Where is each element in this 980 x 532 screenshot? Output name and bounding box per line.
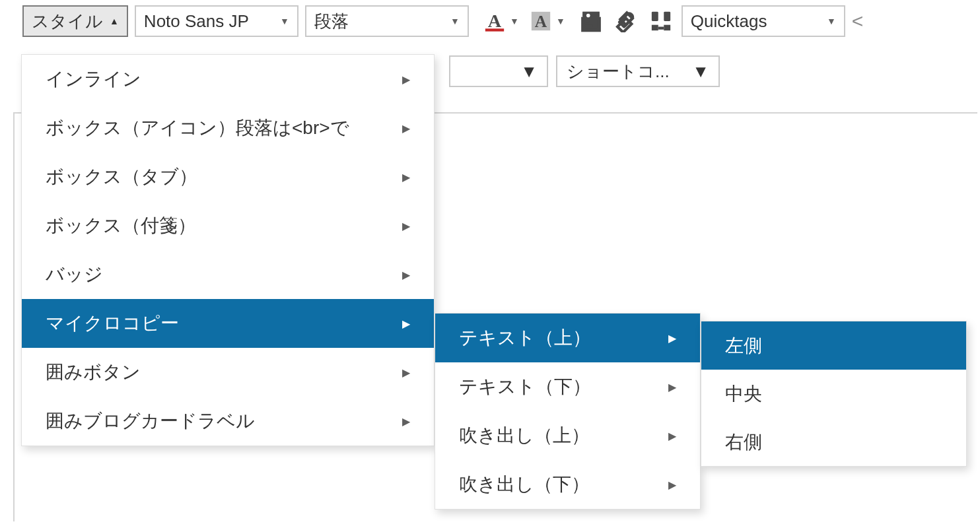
caret-down-icon: ▼ bbox=[520, 61, 538, 82]
menu-item-microcopy[interactable]: マイクロコピー ▶ bbox=[22, 299, 434, 348]
template-icon bbox=[580, 10, 602, 32]
eraser-button[interactable] bbox=[608, 5, 641, 37]
svg-point-6 bbox=[586, 14, 590, 18]
submenu-arrow-icon: ▶ bbox=[668, 479, 676, 491]
quicktags-dropdown[interactable]: Quicktags ▼ bbox=[682, 5, 845, 37]
caret-down-icon: ▼ bbox=[450, 16, 460, 26]
block-format-label: 段落 bbox=[314, 10, 349, 33]
menu-item-label: ボックス（付箋） bbox=[46, 213, 196, 238]
caret-down-icon: ▼ bbox=[556, 16, 565, 26]
menu-item-label: 右側 bbox=[725, 430, 762, 455]
caret-down-icon: ▼ bbox=[827, 16, 836, 26]
submenu-arrow-icon: ▶ bbox=[402, 171, 410, 183]
menu-item-label: インライン bbox=[46, 67, 141, 92]
menu-item-enclose-blogcard-label[interactable]: 囲みブログカードラベル ▶ bbox=[22, 397, 434, 446]
svg-rect-4 bbox=[582, 12, 600, 17]
subsub-item-right[interactable]: 右側 bbox=[701, 418, 966, 466]
svg-rect-10 bbox=[664, 25, 670, 31]
menu-item-label: ボックス（タブ） bbox=[46, 164, 197, 189]
find-replace-button[interactable] bbox=[645, 5, 678, 37]
svg-rect-1 bbox=[485, 28, 504, 31]
text-color-button[interactable]: A ▼ bbox=[478, 5, 524, 37]
menu-item-label: テキスト（上） bbox=[459, 325, 591, 350]
microcopy-submenu: テキスト（上） ▶ テキスト（下） ▶ 吹き出し（上） ▶ 吹き出し（下） ▶ bbox=[435, 313, 701, 510]
submenu-item-bubble-top[interactable]: 吹き出し（上） ▶ bbox=[435, 411, 700, 460]
less-than-icon[interactable]: < bbox=[845, 10, 864, 32]
caret-down-icon: ▼ bbox=[692, 61, 709, 82]
unknown-dropdown[interactable]: ▼ bbox=[449, 55, 548, 87]
svg-rect-8 bbox=[664, 12, 670, 21]
eraser-icon bbox=[613, 10, 635, 32]
menu-item-inline[interactable]: インライン ▶ bbox=[22, 55, 434, 104]
font-family-label: Noto Sans JP bbox=[144, 11, 249, 32]
caret-down-icon: ▼ bbox=[280, 16, 289, 26]
svg-rect-9 bbox=[652, 25, 658, 31]
style-dropdown-label: スタイル bbox=[32, 10, 103, 33]
subsub-item-left[interactable]: 左側 bbox=[701, 321, 966, 370]
shortcode-label: ショートコ... bbox=[567, 60, 670, 83]
submenu-arrow-icon: ▶ bbox=[668, 332, 676, 345]
menu-item-label: バッジ bbox=[46, 262, 103, 287]
subsub-item-center[interactable]: 中央 bbox=[701, 370, 966, 418]
menu-item-box-tab[interactable]: ボックス（タブ） ▶ bbox=[22, 152, 434, 201]
template-button[interactable] bbox=[575, 5, 608, 37]
text-top-submenu: 左側 中央 右側 bbox=[701, 321, 967, 467]
menu-item-label: 中央 bbox=[725, 382, 762, 407]
block-format-dropdown[interactable]: 段落 ▼ bbox=[305, 5, 469, 37]
menu-item-label: 吹き出し（上） bbox=[459, 423, 590, 448]
svg-rect-7 bbox=[652, 12, 658, 21]
menu-item-box-icon[interactable]: ボックス（アイコン）段落は<br>で ▶ bbox=[22, 104, 434, 152]
menu-item-label: テキスト（下） bbox=[459, 374, 591, 399]
submenu-arrow-icon: ▶ bbox=[402, 366, 410, 379]
submenu-item-bubble-bottom[interactable]: 吹き出し（下） ▶ bbox=[435, 460, 700, 509]
submenu-arrow-icon: ▶ bbox=[402, 220, 410, 232]
svg-text:A: A bbox=[488, 11, 502, 31]
menu-item-badge[interactable]: バッジ ▶ bbox=[22, 250, 434, 299]
menu-item-label: 吹き出し（下） bbox=[459, 472, 590, 497]
style-dropdown[interactable]: スタイル ▲ bbox=[22, 5, 128, 37]
menu-item-enclose-button[interactable]: 囲みボタン ▶ bbox=[22, 348, 434, 397]
bg-color-icon: A bbox=[530, 10, 552, 32]
text-color-icon: A bbox=[483, 10, 506, 32]
submenu-arrow-icon: ▶ bbox=[402, 269, 410, 281]
svg-rect-11 bbox=[658, 27, 664, 30]
menu-item-label: ボックス（アイコン）段落は<br>で bbox=[46, 116, 349, 141]
bg-color-button[interactable]: A ▼ bbox=[524, 5, 571, 37]
menu-item-box-sticky[interactable]: ボックス（付箋） ▶ bbox=[22, 201, 434, 250]
menu-item-label: 左側 bbox=[725, 333, 762, 358]
toolbar-row-1: スタイル ▲ Noto Sans JP ▼ 段落 ▼ A ▼ A ▼ bbox=[13, 0, 980, 37]
shortcode-dropdown[interactable]: ショートコ... ▼ bbox=[556, 55, 720, 87]
menu-item-label: マイクロコピー bbox=[46, 311, 179, 336]
menu-item-label: 囲みブログカードラベル bbox=[46, 409, 255, 434]
submenu-arrow-icon: ▶ bbox=[402, 73, 410, 86]
font-family-dropdown[interactable]: Noto Sans JP ▼ bbox=[135, 5, 298, 37]
menu-item-label: 囲みボタン bbox=[46, 360, 141, 385]
style-menu: インライン ▶ ボックス（アイコン）段落は<br>で ▶ ボックス（タブ） ▶ … bbox=[21, 54, 435, 446]
quicktags-label: Quicktags bbox=[691, 11, 767, 32]
submenu-arrow-icon: ▶ bbox=[668, 381, 676, 393]
caret-down-icon: ▼ bbox=[510, 16, 519, 26]
submenu-item-text-top[interactable]: テキスト（上） ▶ bbox=[435, 314, 700, 362]
submenu-arrow-icon: ▶ bbox=[668, 430, 676, 442]
find-replace-icon bbox=[650, 10, 672, 32]
caret-up-icon: ▲ bbox=[110, 16, 119, 26]
svg-text:A: A bbox=[535, 12, 547, 31]
submenu-arrow-icon: ▶ bbox=[402, 415, 410, 428]
submenu-arrow-icon: ▶ bbox=[402, 317, 410, 330]
submenu-item-text-bottom[interactable]: テキスト（下） ▶ bbox=[435, 362, 700, 411]
submenu-arrow-icon: ▶ bbox=[402, 122, 410, 135]
